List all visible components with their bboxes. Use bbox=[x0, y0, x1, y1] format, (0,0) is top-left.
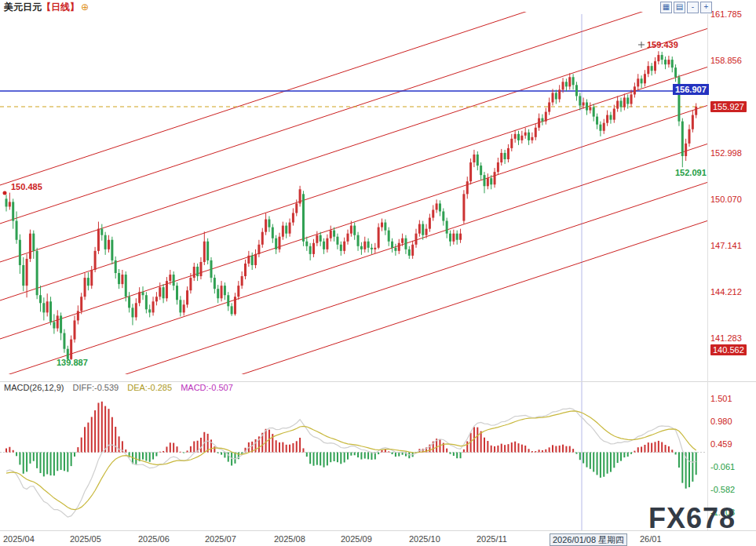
macd-title[interactable]: MACD(26,12,9) bbox=[4, 383, 64, 392]
toolbar: ▦ ▤ - + bbox=[660, 2, 712, 13]
add-indicator-icon[interactable]: ⊕ bbox=[81, 2, 89, 13]
macd-header: MACD(26,12,9) DIFF:-0.539 DEA:-0.285 MAC… bbox=[4, 383, 233, 392]
brand-watermark: FX678 bbox=[648, 502, 736, 535]
indicator-panel-icon[interactable]: ▤ bbox=[674, 2, 685, 13]
chart-window: 美元日元【日线】⊕ ▦ ▤ - + MACD(26,12,9) DIFF:-0.… bbox=[0, 0, 756, 546]
zoom-in-icon[interactable]: + bbox=[700, 2, 712, 13]
macd-dea-value: DEA:-0.285 bbox=[127, 383, 172, 392]
period-label: 【日线】 bbox=[42, 2, 79, 13]
chart-canvas[interactable] bbox=[0, 0, 756, 546]
zoom-out-icon[interactable]: - bbox=[687, 2, 699, 13]
macd-diff-value: DIFF:-0.539 bbox=[72, 383, 119, 392]
chart-header: 美元日元【日线】⊕ bbox=[4, 2, 89, 13]
macd-bar-value: MACD:-0.507 bbox=[181, 383, 233, 392]
symbol-title: 美元日元 bbox=[4, 2, 42, 13]
grid-icon[interactable]: ▦ bbox=[660, 2, 672, 13]
